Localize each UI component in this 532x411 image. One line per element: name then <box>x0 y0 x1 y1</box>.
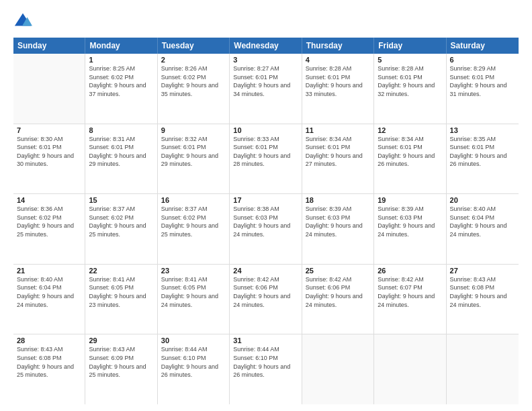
day-number: 18 <box>306 196 370 204</box>
logo-icon <box>13 12 32 31</box>
calendar-cell-3: 3Sunrise: 8:27 AMSunset: 6:01 PMDaylight… <box>230 54 302 124</box>
cell-info: Sunrise: 8:37 AMSunset: 6:02 PMDaylight:… <box>161 205 226 238</box>
cell-info: Sunrise: 8:43 AMSunset: 6:08 PMDaylight:… <box>450 275 515 309</box>
cell-info: Sunrise: 8:42 AMSunset: 6:06 PMDaylight:… <box>306 275 370 309</box>
cell-info: Sunrise: 8:35 AMSunset: 6:01 PMDaylight:… <box>450 135 515 169</box>
day-number: 9 <box>161 126 226 134</box>
header <box>13 12 519 31</box>
day-number: 31 <box>233 336 298 345</box>
calendar-cell-24: 24Sunrise: 8:42 AMSunset: 6:06 PMDayligh… <box>230 265 302 334</box>
cell-info: Sunrise: 8:40 AMSunset: 6:04 PMDaylight:… <box>450 205 515 238</box>
calendar-cell-31: 31Sunrise: 8:44 AMSunset: 6:10 PMDayligh… <box>230 334 302 404</box>
cell-info: Sunrise: 8:28 AMSunset: 6:01 PMDaylight:… <box>378 64 442 98</box>
day-number: 27 <box>450 267 515 275</box>
cell-info: Sunrise: 8:41 AMSunset: 6:05 PMDaylight:… <box>161 275 226 309</box>
calendar-cell-empty <box>374 334 446 404</box>
calendar-cell-1: 1Sunrise: 8:25 AMSunset: 6:02 PMDaylight… <box>85 54 157 124</box>
cell-info: Sunrise: 8:39 AMSunset: 6:03 PMDaylight:… <box>378 205 442 238</box>
day-number: 4 <box>306 56 370 64</box>
calendar: SundayMondayTuesdayWednesdayThursdayFrid… <box>13 38 519 404</box>
cell-info: Sunrise: 8:33 AMSunset: 6:01 PMDaylight:… <box>233 135 298 169</box>
cell-info: Sunrise: 8:40 AMSunset: 6:04 PMDaylight:… <box>17 275 81 309</box>
cell-info: Sunrise: 8:43 AMSunset: 6:08 PMDaylight:… <box>17 345 81 379</box>
calendar-cell-9: 9Sunrise: 8:32 AMSunset: 6:01 PMDaylight… <box>158 124 230 194</box>
cell-info: Sunrise: 8:44 AMSunset: 6:10 PMDaylight:… <box>161 345 226 379</box>
cell-info: Sunrise: 8:32 AMSunset: 6:01 PMDaylight:… <box>161 135 226 169</box>
day-number: 30 <box>161 336 226 345</box>
calendar-cell-17: 17Sunrise: 8:38 AMSunset: 6:03 PMDayligh… <box>230 194 302 264</box>
header-day-thursday: Thursday <box>302 38 374 54</box>
day-number: 6 <box>450 56 515 64</box>
header-day-wednesday: Wednesday <box>230 38 302 54</box>
calendar-row-1: 7Sunrise: 8:30 AMSunset: 6:01 PMDaylight… <box>13 124 519 195</box>
logo <box>13 12 35 31</box>
day-number: 12 <box>378 126 442 134</box>
day-number: 28 <box>17 336 81 345</box>
calendar-cell-11: 11Sunrise: 8:34 AMSunset: 6:01 PMDayligh… <box>302 124 374 194</box>
calendar-cell-18: 18Sunrise: 8:39 AMSunset: 6:03 PMDayligh… <box>302 194 374 264</box>
calendar-cell-empty <box>302 334 374 404</box>
header-day-friday: Friday <box>374 38 446 54</box>
calendar-cell-5: 5Sunrise: 8:28 AMSunset: 6:01 PMDaylight… <box>374 54 446 124</box>
calendar-cell-6: 6Sunrise: 8:29 AMSunset: 6:01 PMDaylight… <box>447 54 519 124</box>
calendar-cell-16: 16Sunrise: 8:37 AMSunset: 6:02 PMDayligh… <box>158 194 230 264</box>
calendar-cell-13: 13Sunrise: 8:35 AMSunset: 6:01 PMDayligh… <box>447 124 519 194</box>
header-day-saturday: Saturday <box>447 38 519 54</box>
day-number: 29 <box>89 336 153 345</box>
day-number: 8 <box>89 126 153 134</box>
calendar-cell-28: 28Sunrise: 8:43 AMSunset: 6:08 PMDayligh… <box>13 334 85 404</box>
calendar-cell-22: 22Sunrise: 8:41 AMSunset: 6:05 PMDayligh… <box>85 265 157 334</box>
calendar-cell-26: 26Sunrise: 8:42 AMSunset: 6:07 PMDayligh… <box>374 265 446 334</box>
cell-info: Sunrise: 8:26 AMSunset: 6:02 PMDaylight:… <box>161 64 226 98</box>
cell-info: Sunrise: 8:39 AMSunset: 6:03 PMDaylight:… <box>306 205 370 238</box>
calendar-cell-27: 27Sunrise: 8:43 AMSunset: 6:08 PMDayligh… <box>447 265 519 334</box>
cell-info: Sunrise: 8:29 AMSunset: 6:01 PMDaylight:… <box>450 64 515 98</box>
calendar-cell-25: 25Sunrise: 8:42 AMSunset: 6:06 PMDayligh… <box>302 265 374 334</box>
cell-info: Sunrise: 8:43 AMSunset: 6:09 PMDaylight:… <box>89 345 153 379</box>
header-day-sunday: Sunday <box>13 38 85 54</box>
day-number: 17 <box>233 196 298 204</box>
day-number: 5 <box>378 56 442 64</box>
calendar-cell-empty <box>447 334 519 404</box>
calendar-cell-empty <box>13 54 85 124</box>
cell-info: Sunrise: 8:27 AMSunset: 6:01 PMDaylight:… <box>233 64 298 98</box>
day-number: 20 <box>450 196 515 204</box>
calendar-header: SundayMondayTuesdayWednesdayThursdayFrid… <box>13 38 519 54</box>
day-number: 14 <box>17 196 81 204</box>
cell-info: Sunrise: 8:37 AMSunset: 6:02 PMDaylight:… <box>89 205 153 238</box>
day-number: 7 <box>17 126 81 134</box>
cell-info: Sunrise: 8:30 AMSunset: 6:01 PMDaylight:… <box>17 135 81 169</box>
day-number: 15 <box>89 196 153 204</box>
cell-info: Sunrise: 8:42 AMSunset: 6:07 PMDaylight:… <box>378 275 442 309</box>
calendar-cell-12: 12Sunrise: 8:34 AMSunset: 6:01 PMDayligh… <box>374 124 446 194</box>
cell-info: Sunrise: 8:34 AMSunset: 6:01 PMDaylight:… <box>306 135 370 169</box>
calendar-cell-20: 20Sunrise: 8:40 AMSunset: 6:04 PMDayligh… <box>447 194 519 264</box>
calendar-row-2: 14Sunrise: 8:36 AMSunset: 6:02 PMDayligh… <box>13 194 519 265</box>
header-day-monday: Monday <box>85 38 157 54</box>
calendar-cell-21: 21Sunrise: 8:40 AMSunset: 6:04 PMDayligh… <box>13 265 85 334</box>
day-number: 23 <box>161 267 226 275</box>
day-number: 11 <box>306 126 370 134</box>
cell-info: Sunrise: 8:34 AMSunset: 6:01 PMDaylight:… <box>378 135 442 169</box>
day-number: 26 <box>378 267 442 275</box>
cell-info: Sunrise: 8:36 AMSunset: 6:02 PMDaylight:… <box>17 205 81 238</box>
day-number: 3 <box>233 56 298 64</box>
calendar-cell-14: 14Sunrise: 8:36 AMSunset: 6:02 PMDayligh… <box>13 194 85 264</box>
calendar-row-0: 1Sunrise: 8:25 AMSunset: 6:02 PMDaylight… <box>13 54 519 124</box>
day-number: 10 <box>233 126 298 134</box>
calendar-cell-4: 4Sunrise: 8:28 AMSunset: 6:01 PMDaylight… <box>302 54 374 124</box>
day-number: 25 <box>306 267 370 275</box>
calendar-cell-29: 29Sunrise: 8:43 AMSunset: 6:09 PMDayligh… <box>85 334 157 404</box>
calendar-cell-23: 23Sunrise: 8:41 AMSunset: 6:05 PMDayligh… <box>158 265 230 334</box>
header-day-tuesday: Tuesday <box>158 38 230 54</box>
calendar-row-3: 21Sunrise: 8:40 AMSunset: 6:04 PMDayligh… <box>13 265 519 335</box>
calendar-cell-7: 7Sunrise: 8:30 AMSunset: 6:01 PMDaylight… <box>13 124 85 194</box>
day-number: 13 <box>450 126 515 134</box>
cell-info: Sunrise: 8:38 AMSunset: 6:03 PMDaylight:… <box>233 205 298 238</box>
day-number: 19 <box>378 196 442 204</box>
cell-info: Sunrise: 8:28 AMSunset: 6:01 PMDaylight:… <box>306 64 370 98</box>
calendar-body: 1Sunrise: 8:25 AMSunset: 6:02 PMDaylight… <box>13 54 519 404</box>
cell-info: Sunrise: 8:41 AMSunset: 6:05 PMDaylight:… <box>89 275 153 309</box>
calendar-cell-30: 30Sunrise: 8:44 AMSunset: 6:10 PMDayligh… <box>158 334 230 404</box>
calendar-cell-2: 2Sunrise: 8:26 AMSunset: 6:02 PMDaylight… <box>158 54 230 124</box>
